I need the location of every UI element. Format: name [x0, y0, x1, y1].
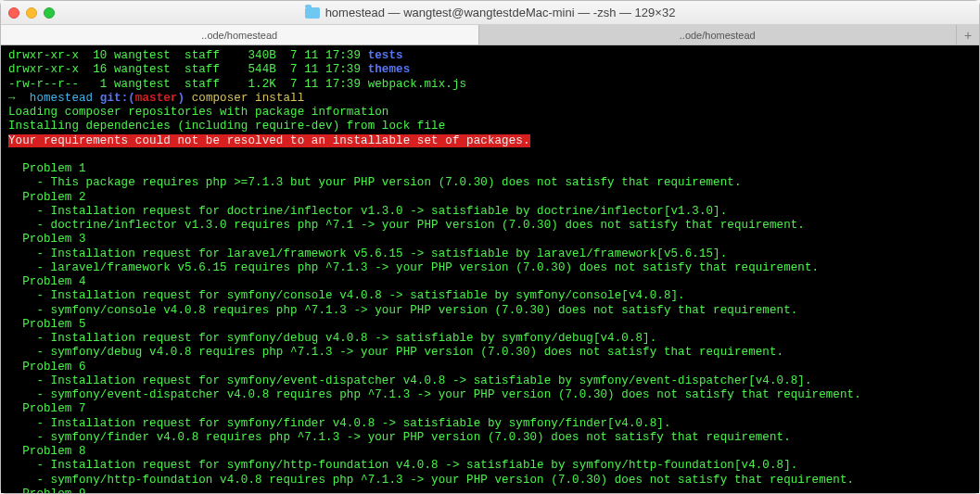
plus-icon: + [964, 28, 972, 43]
problem-detail: - Installation request for doctrine/infl… [8, 205, 974, 219]
terminal-window: homestead — wangtest@wangtestdeMac-mini … [0, 0, 980, 494]
blank-line [8, 148, 974, 162]
tab-2[interactable]: ..ode/homestead [479, 25, 958, 44]
tab-bar: ..ode/homestead ..ode/homestead + [1, 25, 979, 45]
problem-detail: - doctrine/inflector v1.3.0 requires php… [8, 219, 974, 233]
problem-detail: - symfony/finder v4.0.8 requires php ^7.… [8, 431, 974, 445]
error-line: Your requirements could not be resolved … [8, 134, 974, 148]
window-title-text: homestead — wangtest@wangtestdeMac-mini … [325, 6, 676, 19]
ls-row: drwxr-xr-x 16 wangtest staff 544B 7 11 1… [8, 63, 974, 77]
problem-detail: - Installation request for laravel/frame… [8, 247, 974, 261]
titlebar[interactable]: homestead — wangtest@wangtestdeMac-mini … [1, 1, 979, 25]
tab-1-label: ..ode/homestead [201, 30, 277, 41]
problem-title: Problem 3 [8, 233, 974, 247]
ls-row: drwxr-xr-x 10 wangtest staff 340B 7 11 1… [8, 49, 974, 63]
problem-title: Problem 4 [8, 275, 974, 289]
tab-2-label: ..ode/homestead [680, 30, 756, 41]
prompt-line: → homestead git:(master) composer instal… [8, 92, 974, 106]
composer-line: Installing dependencies (including requi… [8, 120, 974, 133]
composer-line: Loading composer repositories with packa… [8, 106, 974, 120]
close-icon[interactable] [8, 7, 19, 19]
problem-detail: - laravel/framework v5.6.15 requires php… [8, 261, 974, 275]
minimize-icon[interactable] [26, 7, 37, 19]
problem-title: Problem 5 [8, 318, 974, 332]
problem-detail: - symfony/debug v4.0.8 requires php ^7.1… [8, 346, 974, 360]
traffic-lights [8, 7, 55, 19]
problem-detail: - Installation request for symfony/finde… [8, 417, 974, 431]
terminal-content[interactable]: drwxr-xr-x 10 wangtest staff 340B 7 11 1… [1, 45, 979, 493]
problem-title: Problem 8 [8, 445, 974, 459]
problem-detail: - symfony/event-dispatcher v4.0.8 requir… [8, 388, 974, 402]
window-title: homestead — wangtest@wangtestdeMac-mini … [1, 6, 979, 19]
problem-detail: - symfony/console v4.0.8 requires php ^7… [8, 304, 974, 318]
problem-detail: - Installation request for symfony/http-… [8, 459, 974, 473]
problem-title: Problem 6 [8, 361, 974, 374]
tab-1[interactable]: ..ode/homestead [1, 25, 479, 44]
tab-add-button[interactable]: + [957, 25, 979, 44]
zoom-icon[interactable] [44, 7, 55, 19]
problem-title: Problem 1 [8, 162, 974, 176]
problem-title: Problem 2 [8, 191, 974, 205]
problem-detail: - Installation request for symfony/debug… [8, 332, 974, 346]
problem-title: Problem 7 [8, 402, 974, 416]
ls-row: -rw-r--r-- 1 wangtest staff 1.2K 7 11 17… [8, 78, 974, 92]
problem-detail: - Installation request for symfony/event… [8, 374, 974, 388]
problem-title: Problem 9 [8, 488, 974, 493]
problem-detail: - Installation request for symfony/conso… [8, 289, 974, 303]
problem-detail: - symfony/http-foundation v4.0.8 require… [8, 474, 974, 488]
folder-icon [305, 7, 320, 19]
problem-detail: - This package requires php >=7.1.3 but … [8, 176, 974, 190]
